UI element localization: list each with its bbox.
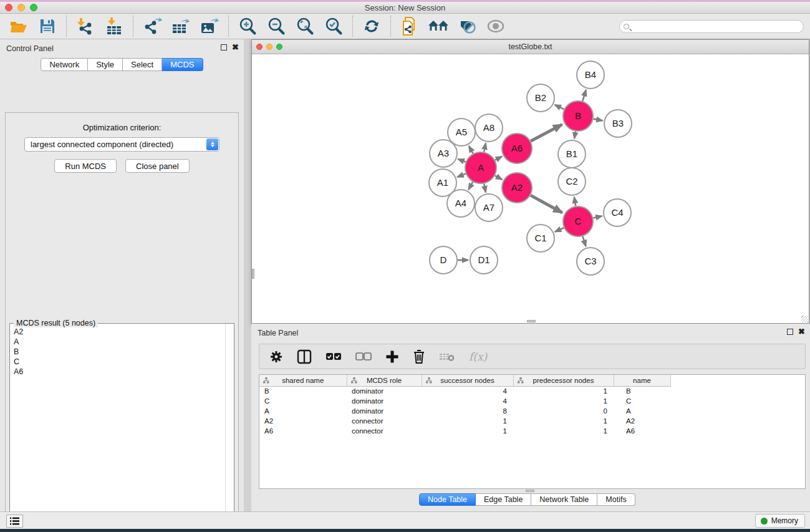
result-item[interactable]: B <box>10 347 225 357</box>
graph-node-C3[interactable]: C3 <box>577 248 604 275</box>
result-item[interactable]: A6 <box>10 367 225 377</box>
table-row[interactable]: Cdominator41C <box>259 396 680 406</box>
graph-edge[interactable] <box>495 176 503 180</box>
zoom-window-button[interactable] <box>30 4 37 11</box>
export-image-button[interactable] <box>198 16 221 37</box>
graph-node-A4[interactable]: A4 <box>447 190 475 217</box>
zoom-in-button[interactable] <box>236 16 259 37</box>
select-all-check-button[interactable] <box>325 352 342 362</box>
graph-node-B1[interactable]: B1 <box>558 140 586 168</box>
graph-edge[interactable] <box>531 125 562 142</box>
result-item[interactable]: A <box>10 337 225 347</box>
float-panel-icon[interactable] <box>221 44 227 51</box>
refresh-button[interactable] <box>360 16 383 37</box>
graph-node-A5[interactable]: A5 <box>448 118 475 146</box>
network-zoom-button[interactable] <box>276 44 282 50</box>
tab-node-table[interactable]: Node Table <box>419 493 476 506</box>
tab-edge-table[interactable]: Edge Table <box>476 493 531 506</box>
graph-node-A3[interactable]: A3 <box>430 140 457 167</box>
search-input[interactable] <box>619 20 804 33</box>
graph-edge[interactable] <box>484 183 486 192</box>
tab-select[interactable]: Select <box>123 58 162 71</box>
graph-node-A2[interactable]: A2 <box>502 173 532 203</box>
import-table-button[interactable] <box>103 16 125 37</box>
graph-edge[interactable] <box>574 132 576 139</box>
table-row[interactable]: Bdominator41B <box>259 386 680 396</box>
graph-edge[interactable] <box>469 146 473 153</box>
graph-edge[interactable] <box>574 197 576 206</box>
open-file-button[interactable] <box>7 16 30 37</box>
graph-edge[interactable] <box>458 159 465 162</box>
graph-edge[interactable] <box>593 216 602 218</box>
column-header-MCDS-role[interactable]: MCDS role <box>347 375 422 386</box>
column-header-successor-nodes[interactable]: successor nodes <box>422 375 513 386</box>
hide-labels-button[interactable] <box>456 16 478 37</box>
close-window-button[interactable] <box>5 4 12 11</box>
graph-edge[interactable] <box>457 174 466 177</box>
graph-node-B2[interactable]: B2 <box>527 84 554 112</box>
horizontal-scroll-thumb[interactable] <box>527 320 536 322</box>
tab-motifs[interactable]: Motifs <box>597 493 635 506</box>
show-graphics-details-button[interactable] <box>485 16 507 37</box>
graph-node-B4[interactable]: B4 <box>577 61 604 89</box>
import-network-button[interactable] <box>74 16 97 37</box>
graph-node-A6[interactable]: A6 <box>502 133 532 163</box>
graph-edge[interactable] <box>495 157 502 160</box>
run-mcds-button[interactable]: Run MCDS <box>54 159 117 173</box>
column-header-shared-name[interactable]: shared name <box>259 375 347 386</box>
task-history-button[interactable] <box>6 515 23 528</box>
graph-node-C2[interactable]: C2 <box>558 168 586 195</box>
graph-node-C[interactable]: C <box>563 206 593 236</box>
close-panel-button[interactable]: Close panel <box>125 159 190 173</box>
tab-mcds[interactable]: MCDS <box>162 58 203 71</box>
network-canvas[interactable]: AA1A2A3A4A5A6A7A8BB1B2B3B4CC1C2C3C4DD1 <box>252 54 809 323</box>
result-item[interactable]: A2 <box>10 327 225 337</box>
network-minimize-button[interactable] <box>266 44 272 50</box>
tab-style[interactable]: Style <box>88 58 123 71</box>
minimize-window-button[interactable] <box>17 4 25 11</box>
graph-edge[interactable] <box>555 228 564 231</box>
result-item[interactable]: C <box>10 357 225 367</box>
export-network-button[interactable] <box>141 16 163 37</box>
optimization-criterion-dropdown[interactable]: largest connected component (directed) <box>24 137 219 152</box>
network-window-titlebar[interactable]: testGlobe.txt <box>252 40 809 54</box>
first-neighbors-button[interactable] <box>427 16 450 37</box>
show-columns-button[interactable] <box>297 349 312 364</box>
memory-button[interactable]: Memory <box>755 514 805 528</box>
graph-edge[interactable] <box>468 182 473 190</box>
close-panel-icon[interactable]: ✖ <box>232 44 239 51</box>
create-column-button[interactable] <box>385 350 399 364</box>
vertical-scroll-thumb[interactable] <box>252 269 254 279</box>
graph-edge[interactable] <box>531 195 562 213</box>
graph-edge[interactable] <box>555 105 564 109</box>
table-settings-button[interactable] <box>269 350 283 364</box>
table-row[interactable]: A6connector11A6 <box>259 426 680 436</box>
table-row[interactable]: Adominator80A <box>259 406 680 416</box>
float-table-panel-icon[interactable] <box>787 329 793 335</box>
tab-network-table[interactable]: Network Table <box>531 493 597 506</box>
table-row[interactable]: A2connector11A2 <box>259 416 680 426</box>
close-table-panel-icon[interactable]: ✖ <box>798 329 805 335</box>
network-close-button[interactable] <box>256 44 263 50</box>
graph-edge[interactable] <box>582 236 586 246</box>
graph-edge[interactable] <box>484 143 486 152</box>
result-list-scrollbar[interactable] <box>225 324 234 532</box>
graph-node-C4[interactable]: C4 <box>604 199 631 226</box>
mcds-result-list[interactable]: A2ABCA6 <box>10 327 225 532</box>
zoom-selected-button[interactable] <box>322 16 345 37</box>
new-network-from-selection-button[interactable] <box>398 16 421 37</box>
table-scroll-thumb[interactable] <box>526 490 534 492</box>
export-table-button[interactable] <box>170 16 192 37</box>
graph-node-B3[interactable]: B3 <box>604 110 632 137</box>
column-header-name[interactable]: name <box>614 375 670 386</box>
graph-node-A8[interactable]: A8 <box>475 114 503 142</box>
graph-node-B[interactable]: B <box>563 101 593 131</box>
save-session-button[interactable] <box>36 16 59 37</box>
tab-network[interactable]: Network <box>41 58 88 71</box>
resize-grip[interactable] <box>801 316 808 322</box>
column-header-predecessor-nodes[interactable]: predecessor nodes <box>513 375 614 386</box>
graph-edge[interactable] <box>582 90 586 101</box>
graph-node-D1[interactable]: D1 <box>470 246 498 274</box>
graph-node-C1[interactable]: C1 <box>527 225 554 252</box>
graph-node-A[interactable]: A <box>465 152 496 183</box>
